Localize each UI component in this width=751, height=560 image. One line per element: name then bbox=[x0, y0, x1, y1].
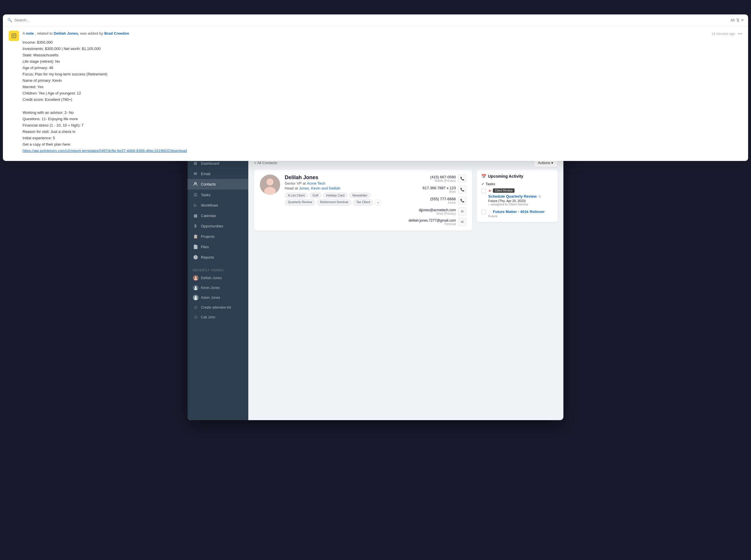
phone-number-0: (415) 667-0580 bbox=[430, 175, 456, 179]
tag-1[interactable]: Golf bbox=[309, 193, 321, 198]
email-row-1: delilah.jones.7277@gmail.com Personal ✉ bbox=[409, 218, 466, 226]
sidebar-nav: ⊞ Dashboard ✉ Email Contacts bbox=[187, 156, 248, 265]
activity-title: 📅 Upcoming Activity bbox=[481, 174, 553, 179]
sidebar-item-contacts[interactable]: Contacts bbox=[187, 179, 248, 189]
contact-firm[interactable]: Jones, Kevin and Delilah bbox=[299, 186, 340, 191]
activity-card: 📅 Upcoming Activity ✓ Tasks ★ bbox=[477, 170, 558, 222]
projects-icon: 📋 bbox=[193, 234, 198, 239]
task-checkbox-1[interactable] bbox=[481, 189, 486, 193]
main-content: < All Contacts Actions ▾ bbox=[248, 156, 564, 420]
svg-point-9 bbox=[194, 298, 197, 300]
recent-label-delilah: Delilah Jones bbox=[201, 276, 222, 280]
recent-attendee[interactable]: ☑ Create attendee list bbox=[187, 302, 248, 312]
recently-viewed-label: RECENTLY VIEWED bbox=[187, 265, 248, 273]
title-prefix: Senior VP at bbox=[285, 181, 306, 185]
sidebar-item-files[interactable]: 📄 Files bbox=[187, 242, 248, 252]
sidebar-item-calendar[interactable]: ▦ Calendar bbox=[187, 211, 248, 221]
task-badges-2: ☆ Future Matter - 401k Rollover bbox=[488, 209, 553, 214]
phone-label-0: Mobile (Primary) bbox=[430, 179, 456, 182]
phone-row-2: (555) 777-6666 Home 📞 bbox=[409, 197, 466, 205]
opportunities-icon: $ bbox=[193, 224, 198, 228]
sidebar-item-opportunities[interactable]: $ Opportunities bbox=[187, 221, 248, 231]
sidebar-label-calendar: Calendar bbox=[201, 214, 216, 218]
tasks-checkmark-icon: ✓ bbox=[481, 182, 484, 186]
contacts-icon bbox=[193, 182, 198, 187]
sidebar-item-email[interactable]: ✉ Email bbox=[187, 168, 248, 179]
email-label-1: Personal bbox=[409, 222, 456, 226]
activity-title-text: Upcoming Activity bbox=[488, 174, 523, 179]
phone-number-2: (555) 777-6666 bbox=[430, 197, 456, 201]
task-badges-1: ★ Client Review Schedule Quarterly Revie… bbox=[488, 188, 553, 199]
email-icon: ✉ bbox=[193, 171, 198, 176]
tag-5[interactable]: Retirement Seminar bbox=[317, 199, 352, 206]
svg-point-11 bbox=[266, 179, 274, 185]
sidebar-item-reports[interactable]: 🕐 Reports bbox=[187, 252, 248, 262]
call-button-1[interactable]: 📞 bbox=[458, 185, 466, 194]
recent-call-john[interactable]: ☑ Call John bbox=[187, 312, 248, 322]
svg-point-8 bbox=[195, 296, 197, 298]
recent-kevin[interactable]: Kevin Jones bbox=[187, 283, 248, 293]
contact-name: Delilah Jones bbox=[285, 175, 404, 181]
recent-label-call-john: Call John bbox=[201, 315, 215, 319]
email-address-1: delilah.jones.7277@gmail.com bbox=[409, 218, 456, 222]
sidebar-label-files: Files bbox=[201, 245, 209, 249]
tag-6[interactable]: Tax Client bbox=[353, 199, 373, 206]
tag-0[interactable]: A List Client bbox=[285, 193, 308, 198]
task-star-1: ★ bbox=[488, 189, 491, 193]
app-body: ⊞ Dashboard ✉ Email Contacts bbox=[187, 156, 564, 420]
sidebar-label-contacts: Contacts bbox=[201, 182, 216, 186]
email-button-0[interactable]: ✉ bbox=[458, 207, 466, 216]
svg-point-5 bbox=[194, 279, 197, 280]
recent-label-adam: Adam Jones bbox=[201, 296, 220, 300]
activity-panel: 📅 Upcoming Activity ✓ Tasks ★ bbox=[477, 170, 558, 417]
contact-phone-area: (415) 667-0580 Mobile (Primary) 📞 617.36… bbox=[409, 175, 466, 226]
svg-point-7 bbox=[194, 288, 197, 290]
contact-area: Delilah Jones Senior VP at Acme Tech Hea… bbox=[248, 170, 564, 420]
task-date-1: Future (Thu, Apr 20, 2023) bbox=[488, 199, 553, 203]
email-button-1[interactable]: ✉ bbox=[458, 218, 466, 226]
recent-avatar-kevin bbox=[193, 285, 199, 291]
sidebar-label-dashboard: Dashboard bbox=[201, 161, 219, 165]
email-row-0: djjones@acmetech.com Work (Primary) ✉ bbox=[409, 207, 466, 216]
tag-4[interactable]: Quarterly Review bbox=[285, 199, 315, 206]
tag-3[interactable]: Newsletter bbox=[349, 193, 371, 198]
recent-avatar-delilah bbox=[193, 275, 199, 281]
recent-adam[interactable]: Adam Jones bbox=[187, 293, 248, 302]
files-icon: 📄 bbox=[193, 244, 198, 249]
recent-delilah[interactable]: Delilah Jones bbox=[187, 273, 248, 283]
call-button-2[interactable]: 📞 bbox=[458, 197, 466, 205]
contact-head: Head at Jones, Kevin and Delilah bbox=[285, 186, 404, 191]
task-item-2: ☆ Future Matter - 401k Rollover Future bbox=[481, 209, 553, 218]
sidebar-item-projects[interactable]: 📋 Projects bbox=[187, 231, 248, 242]
sidebar-label-email: Email bbox=[201, 172, 211, 176]
sidebar-label-projects: Projects bbox=[201, 234, 215, 239]
tasks-label-text: Tasks bbox=[486, 182, 495, 186]
sidebar-item-workflows[interactable]: ▷ Workflows bbox=[187, 200, 248, 211]
email-address-0: djjones@acmetech.com bbox=[419, 208, 456, 212]
svg-point-6 bbox=[195, 286, 197, 288]
call-button-0[interactable]: 📞 bbox=[458, 175, 466, 183]
task-name-1[interactable]: Schedule Quarterly Review bbox=[488, 194, 537, 199]
task-icon-attendee: ☑ bbox=[193, 304, 199, 311]
tag-2[interactable]: Holiday Card bbox=[323, 193, 348, 198]
contact-company[interactable]: Acme Tech bbox=[307, 181, 325, 185]
contact-title: Senior VP at Acme Tech bbox=[285, 181, 404, 185]
breadcrumb[interactable]: < All Contacts bbox=[254, 161, 277, 165]
task-link-icon-1: ⛓ bbox=[538, 195, 541, 198]
task-badge-client-review: Client Review bbox=[493, 188, 515, 193]
contact-main: Delilah Jones Senior VP at Acme Tech Hea… bbox=[254, 170, 472, 417]
recent-label-attendee: Create attendee list bbox=[201, 305, 231, 309]
sidebar-item-tasks[interactable]: ☑ Tasks bbox=[187, 189, 248, 200]
contact-avatar bbox=[260, 175, 280, 195]
add-tag-button[interactable]: + bbox=[375, 199, 381, 206]
activity-calendar-icon: 📅 bbox=[481, 174, 486, 179]
task-name-2[interactable]: Future Matter - 401k Rollover bbox=[493, 209, 545, 214]
task-checkbox-2[interactable] bbox=[481, 210, 486, 214]
contact-info: Delilah Jones Senior VP at Acme Tech Hea… bbox=[285, 175, 404, 206]
phone-number-1: 617.366.7887 x 123 bbox=[422, 186, 456, 190]
contact-tags: A List Client Golf Holiday Card Newslett… bbox=[285, 193, 404, 206]
tasks-section-label: ✓ Tasks bbox=[481, 182, 553, 186]
workflows-icon: ▷ bbox=[193, 203, 198, 207]
task-content-1: ★ Client Review Schedule Quarterly Revie… bbox=[488, 188, 553, 206]
task-date-text-1: Future (Thu, Apr 20, 2023) bbox=[488, 199, 526, 203]
